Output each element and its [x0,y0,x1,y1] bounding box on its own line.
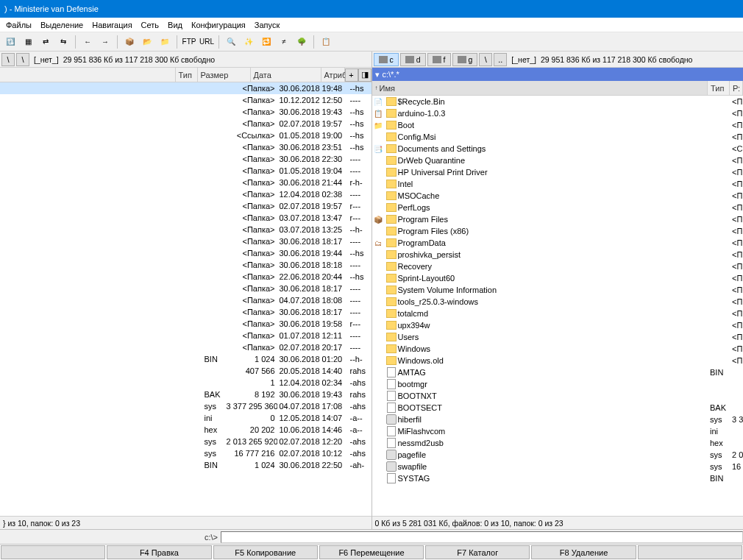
file-row[interactable]: BAK8 19230.06.2018 19:43rahs [0,389,372,400]
file-row[interactable]: 🗂ProgramData<П [372,237,744,249]
col-type[interactable]: Тип [708,81,730,95]
nav-up-icon[interactable]: .. [494,53,507,66]
file-row[interactable]: <Папка>30.06.2018 19:58r--- [0,318,372,330]
file-row[interactable]: <Папка>03.07.2018 13:25--h- [0,224,372,235]
side-op-icon[interactable]: 📁 [372,121,384,130]
file-row[interactable]: <Папка>22.06.2018 20:44--hs [0,271,372,283]
file-row[interactable]: 📋arduino-1.0.3<П [372,107,744,119]
file-row[interactable]: swapfilesys16 [372,461,744,472]
side-op-icon[interactable]: 📦 [372,216,384,224]
unpack2-icon[interactable]: 📁 [157,35,172,49]
file-row[interactable]: Config.Msi<П [372,131,744,143]
menu-файлы[interactable]: Файлы [1,19,36,31]
right-file-list[interactable]: 📄$Recycle.Bin<П📋arduino-1.0.3<П📁Boot<ПCo… [372,96,744,516]
file-row[interactable]: pagefilesys2 013 2 [372,449,744,461]
file-row[interactable]: nessmd2usbhex [372,437,744,449]
file-row[interactable]: <Папка>10.12.2012 12:50---- [0,94,372,106]
file-row[interactable]: DrWeb Quarantine<П [372,155,744,166]
file-row[interactable]: PerfLogs<П [372,202,744,213]
side-op-icon[interactable]: 📑 [372,145,384,153]
file-row[interactable]: <Папка>02.07.2018 19:57--hs [0,118,372,130]
file-row[interactable]: BIN1 02430.06.2018 22:50-ah- [0,459,372,471]
f7-button[interactable]: F7 Каталог [425,545,530,559]
nav-up-icon[interactable]: \ [16,53,29,66]
col-name[interactable] [0,68,176,82]
file-row[interactable]: <Папка>12.04.2018 02:38---- [0,188,372,200]
favorites-star-icon[interactable]: ▾ [375,70,380,79]
file-row[interactable]: Intel<П [372,178,744,190]
file-row[interactable]: <Папка>30.06.2018 19:44--hs [0,247,372,259]
nav-root-icon[interactable]: \ [479,53,492,66]
file-row[interactable]: <Папка>30.06.2018 18:17---- [0,283,372,294]
file-row[interactable]: sys3 377 295 36004.07.2018 17:08-ahs [0,400,372,412]
side-op-icon[interactable]: 📄 [372,98,384,106]
file-row[interactable]: Program Files (x86)<П [372,225,744,237]
drive-d-button[interactable]: d [400,53,426,66]
swap2-icon[interactable]: ⇆ [56,35,71,49]
col-date[interactable]: Дата [251,68,321,82]
f4-button[interactable]: F4 Правка [107,545,211,559]
drive-g-button[interactable]: g [452,53,478,66]
file-row[interactable]: <Папка>30.06.2018 19:43--hs [0,106,372,118]
file-row[interactable]: MSOCache<П [372,190,744,202]
col-plus-icon[interactable]: + [345,68,358,82]
menu-конфигурация[interactable]: Конфигурация [187,19,250,31]
file-row[interactable]: Users<П [372,331,744,343]
cmd-input[interactable] [221,531,743,543]
find-icon[interactable]: 🔍 [224,35,238,49]
file-row[interactable]: <Папка>30.06.2018 23:51--hs [0,141,372,153]
swap-icon[interactable]: ⇄ [38,35,53,49]
file-row[interactable]: tools_r25.0.3-windows<П [372,296,744,308]
file-row[interactable]: MiFlashvcomini [372,425,744,437]
url-icon[interactable]: URL [199,35,214,49]
file-row[interactable]: System Volume Information<П [372,284,744,296]
file-row[interactable]: AMTAGBIN [372,366,744,378]
file-row[interactable]: 📄$Recycle.Bin<П [372,96,744,107]
file-row[interactable]: BIN1 02430.06.2018 01:20--h- [0,353,372,365]
side-op-icon[interactable]: 📋 [372,110,384,118]
menu-навигация[interactable]: Навигация [88,19,136,31]
file-row[interactable]: 📑Documents and Settings<С [372,143,744,155]
col-attr[interactable]: Атриб [321,68,345,82]
file-row[interactable]: SYSTAGBIN [372,472,744,484]
menu-вид[interactable]: Вид [163,19,187,31]
file-row[interactable]: ini012.05.2018 14:07-a-- [0,412,372,424]
wand-icon[interactable]: ✨ [241,35,256,49]
file-row[interactable]: <Папка>04.07.2018 18:08---- [0,294,372,306]
f3-button[interactable] [1,545,105,559]
f8-button[interactable]: F8 Удаление [531,545,636,559]
f5-button[interactable]: F5 Копирование [213,545,318,559]
f9-button[interactable] [638,545,742,559]
file-row[interactable]: Windows<П [372,343,744,355]
col-size[interactable]: Размер [198,68,251,82]
copy-icon[interactable]: 📋 [319,35,333,49]
file-row[interactable]: <Папка>30.06.2018 21:44r-h- [0,177,372,188]
col-size[interactable]: Р: [730,81,743,95]
grid-icon[interactable]: ▦ [21,35,35,49]
file-row[interactable]: bootmgr [372,378,744,390]
file-row[interactable]: sys2 013 265 92002.07.2018 12:20-ahs [0,436,372,447]
file-row[interactable]: Windows.old<П [372,355,744,366]
nav-fwd-icon[interactable]: → [98,35,113,49]
file-row[interactable]: proshivka_persist<П [372,249,744,260]
left-file-list[interactable]: <Папка>30.06.2018 19:48--hs<Папка>10.12.… [0,82,372,516]
file-row[interactable]: <Папка>30.06.2018 22:30---- [0,153,372,165]
right-path-bar[interactable]: ▾ c:\*.* [372,68,744,81]
file-row[interactable]: <Папка>01.05.2018 19:04---- [0,165,372,177]
drive-c-button[interactable]: c [374,53,399,66]
file-row[interactable]: <Папка>30.06.2018 18:18---- [0,259,372,271]
file-row[interactable]: BOOTSECTBAK [372,402,744,414]
pack-icon[interactable]: 📦 [122,35,137,49]
refresh-icon[interactable]: 🔃 [3,35,18,49]
file-row[interactable]: <Папка>02.07.2018 20:17---- [0,341,372,353]
file-row[interactable]: <Папка>30.06.2018 18:17---- [0,235,372,247]
file-row[interactable]: <Папка>30.06.2018 18:17---- [0,306,372,318]
sync-icon[interactable]: 🔁 [259,35,274,49]
menu-выделение[interactable]: Выделение [36,19,88,31]
drive-f-button[interactable]: f [427,53,451,66]
f6-button[interactable]: F6 Перемещение [319,545,424,559]
menu-сеть[interactable]: Сеть [137,19,163,31]
unpack-icon[interactable]: 📂 [140,35,154,49]
col-name[interactable]: ↑Имя [372,81,708,95]
file-row[interactable]: <Папка>30.06.2018 19:48--hs [0,82,372,94]
